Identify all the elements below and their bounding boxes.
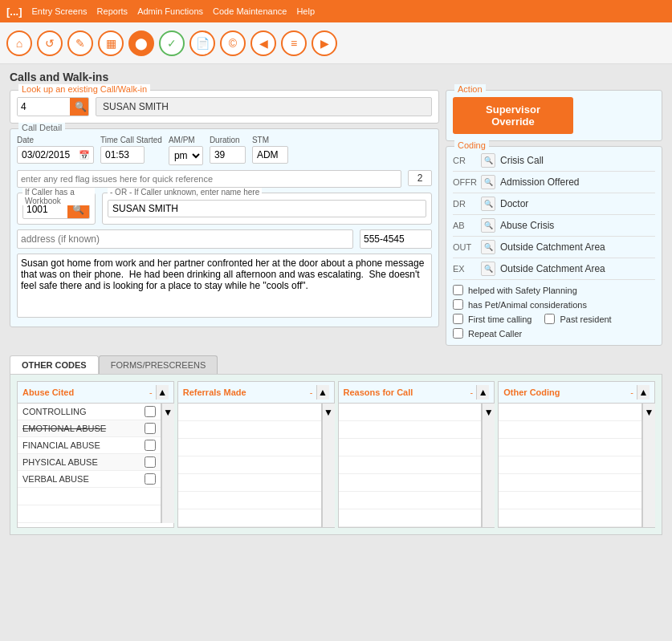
- supervisor-override-button[interactable]: Supervisor Override: [453, 97, 573, 134]
- safety-planning-checkbox[interactable]: [453, 285, 463, 295]
- lookup-id-input[interactable]: [18, 98, 70, 116]
- abuse-cited-cell: PHYSICAL ABUSE: [22, 457, 141, 467]
- first-time-checkbox[interactable]: [453, 314, 463, 324]
- play-icon[interactable]: ▶: [312, 30, 337, 56]
- date-field-group: Date 📅: [17, 136, 94, 164]
- empty-row: [178, 421, 321, 439]
- emotional-abuse-checkbox[interactable]: [145, 423, 156, 434]
- coding-row-ab: AB 🔍 Abuse Crisis: [453, 218, 655, 237]
- reasons-scroll-down[interactable]: ▼: [482, 404, 495, 527]
- nav-reports[interactable]: Reports: [97, 6, 128, 16]
- caller-name-input[interactable]: [108, 200, 426, 217]
- icon-toolbar: ⌂ ↺ ✎ ▦ ⬤ ✓ 📄 © ◀ ≡ ▶: [0, 22, 672, 64]
- controlling-checkbox[interactable]: [145, 406, 156, 417]
- other-coding-header: Other Coding - ▲: [499, 382, 654, 404]
- checkbox-past-resident: Past resident: [544, 314, 611, 324]
- physical-abuse-checkbox[interactable]: [145, 456, 156, 468]
- referrals-dash[interactable]: -: [310, 387, 313, 397]
- repeat-caller-checkbox[interactable]: [453, 328, 463, 339]
- out-search-icon[interactable]: 🔍: [481, 240, 495, 254]
- other-coding-scroll-down[interactable]: ▼: [642, 404, 655, 527]
- nav-entry-screens[interactable]: Entry Screens: [32, 6, 88, 16]
- empty-row: [178, 456, 321, 474]
- nav-help[interactable]: Help: [296, 6, 315, 16]
- empty-row: [178, 439, 321, 456]
- reasons-scroll-wrap: ▼: [339, 404, 495, 527]
- past-resident-checkbox[interactable]: [544, 314, 555, 324]
- other-coding-title: Other Coding: [503, 387, 630, 397]
- abuse-cited-scroll-up[interactable]: ▲: [156, 385, 169, 400]
- lookup-row: 🔍 SUSAN SMITH: [17, 97, 432, 116]
- address-phone-row: [17, 229, 432, 249]
- tab-forms-prescreens[interactable]: FORMS/PRESCREENS: [99, 355, 218, 374]
- reasons-scroll-up[interactable]: ▲: [476, 385, 489, 400]
- nav-admin-functions[interactable]: Admin Functions: [137, 6, 203, 16]
- time-field-group: Time Call Started: [100, 136, 162, 164]
- menu-icon[interactable]: ≡: [281, 30, 307, 56]
- duration-field-group: Duration: [210, 136, 246, 164]
- refresh-icon[interactable]: ↺: [37, 30, 63, 56]
- time-input[interactable]: [100, 146, 145, 164]
- code-offr: OFFR: [453, 177, 481, 187]
- dr-search-icon[interactable]: 🔍: [481, 197, 495, 211]
- reasons-dash[interactable]: -: [470, 387, 474, 397]
- tab-other-codes[interactable]: OTHER CODES: [10, 355, 99, 374]
- time-label: Time Call Started: [100, 136, 162, 144]
- offr-search-icon[interactable]: 🔍: [481, 175, 495, 189]
- code-cr: CR: [453, 156, 481, 165]
- empty-row: [339, 404, 482, 421]
- record-icon[interactable]: ⬤: [128, 30, 154, 56]
- red-flag-input[interactable]: [17, 170, 401, 188]
- edit-icon[interactable]: ✎: [67, 30, 93, 56]
- home-icon[interactable]: ⌂: [6, 30, 32, 56]
- empty-row: [178, 474, 321, 492]
- financial-abuse-checkbox[interactable]: [145, 440, 156, 451]
- date-input[interactable]: [18, 147, 75, 163]
- empty-row: [178, 404, 321, 421]
- date-input-wrap: 📅: [17, 146, 94, 164]
- duration-input[interactable]: [210, 146, 246, 164]
- checkbox-safety-planning: helped with Safety Planning: [453, 285, 655, 295]
- pet-animal-label: has Pet/Animal considerations: [468, 300, 587, 310]
- address-input[interactable]: [17, 229, 353, 249]
- nav-code-maintenance[interactable]: Code Maintenance: [213, 6, 287, 16]
- ab-search-icon[interactable]: 🔍: [481, 218, 495, 233]
- red-flag-row: 2: [17, 170, 432, 188]
- empty-row: [499, 456, 641, 474]
- abuse-cited-header: Abuse Cited - ▲: [18, 382, 173, 404]
- coding-checkboxes: helped with Safety Planning has Pet/Anim…: [453, 285, 655, 339]
- lookup-section: Look up an existing Call/Walk-in 🔍 SUSAN…: [10, 90, 439, 124]
- other-coding-scroll-up[interactable]: ▲: [637, 385, 650, 400]
- grid-icon[interactable]: ▦: [98, 30, 124, 56]
- stm-label: STM: [252, 136, 288, 144]
- empty-row: [499, 439, 641, 456]
- table-row: CONTROLLING: [18, 404, 161, 420]
- doc-icon[interactable]: 📄: [189, 30, 215, 56]
- coding-value-cr: Crisis Call: [500, 155, 655, 166]
- lookup-search-button[interactable]: 🔍: [70, 98, 89, 116]
- abuse-scroll-down[interactable]: ▼: [161, 404, 174, 523]
- other-coding-dash[interactable]: -: [630, 387, 633, 397]
- cr-search-icon[interactable]: 🔍: [481, 153, 495, 168]
- coding-value-offr: Admission Offered: [500, 176, 655, 188]
- stm-input[interactable]: [252, 146, 288, 164]
- notes-textarea[interactable]: Susan got home from work and her partner…: [17, 254, 432, 318]
- abuse-scrollbar: ▼: [161, 404, 173, 523]
- calendar-icon[interactable]: 📅: [75, 148, 93, 162]
- ampm-select[interactable]: am pm: [169, 146, 203, 165]
- coding-row-ex: EX 🔍 Outside Catchment Area: [453, 262, 655, 280]
- pet-animal-checkbox[interactable]: [453, 299, 463, 310]
- phone-input[interactable]: [360, 229, 432, 249]
- referrals-scroll-down[interactable]: ▼: [322, 404, 335, 527]
- ex-search-icon[interactable]: 🔍: [481, 262, 495, 276]
- referrals-scroll-up[interactable]: ▲: [316, 385, 329, 400]
- action-section: Action Supervisor Override: [446, 90, 662, 141]
- ampm-field-group: AM/PM am pm: [169, 136, 203, 165]
- date-label: Date: [17, 136, 94, 144]
- coin-icon[interactable]: ©: [220, 30, 246, 56]
- rewind-icon[interactable]: ◀: [250, 30, 276, 56]
- check-icon[interactable]: ✓: [159, 30, 185, 56]
- checkbox-pet-animal: has Pet/Animal considerations: [453, 299, 655, 310]
- abuse-cited-dash[interactable]: -: [149, 387, 153, 397]
- verbal-abuse-checkbox[interactable]: [145, 473, 156, 485]
